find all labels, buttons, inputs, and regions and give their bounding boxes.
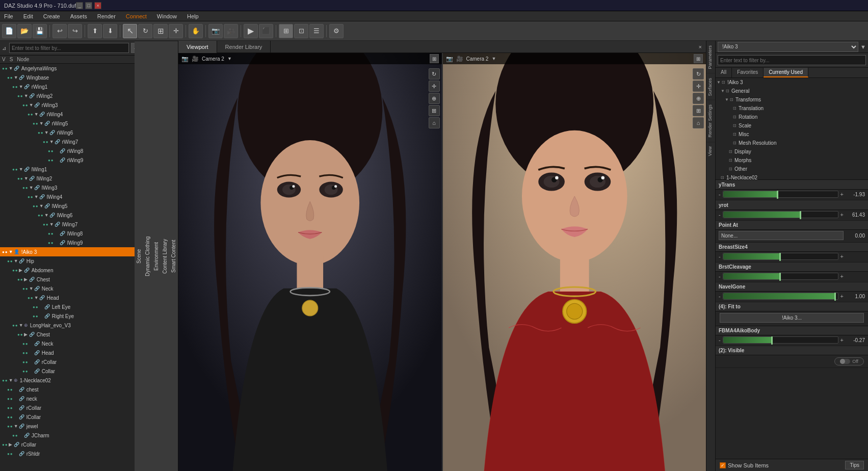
menu-assets[interactable]: Assets [68,13,89,19]
rt-tree-morphs[interactable]: ▶ ⊡ Morphs [716,156,868,165]
vp-tool-pan[interactable]: ✛ [429,81,440,92]
grid-list-button[interactable]: ☰ [309,24,324,38]
rt-tree-mesh-res[interactable]: ▶ ⊡ Mesh Resolution [716,139,868,147]
ytrans-slider[interactable] [723,191,838,198]
grab-tool-button[interactable]: ✋ [189,24,203,38]
yrot-plus[interactable]: + [840,212,844,218]
menu-edit[interactable]: Edit [21,13,35,19]
camera-select-button[interactable]: 📷 [208,24,223,38]
vp-expand-button-right[interactable]: ⊞ [694,54,703,63]
col-s[interactable]: S [10,57,13,62]
rt-tree-necklace02[interactable]: ▶ ⊡ 1-Necklace02 [716,173,868,180]
tips-button[interactable]: Tips [845,461,864,469]
tab-view[interactable]: View [706,142,715,160]
export-button[interactable]: ⬇ [103,24,117,38]
new-button[interactable]: 📄 [2,24,16,38]
vp-tool-frame[interactable]: ⊞ [429,105,440,116]
rt-tree-misc[interactable]: ▶ ⊡ Misc [716,130,868,139]
render-button[interactable]: ▶ [244,24,258,38]
redo-button[interactable]: ↪ [68,24,82,38]
navelgone-minus[interactable]: - [719,293,721,299]
rt-tree-rotation[interactable]: ▶ ⊡ Rotation [716,113,868,121]
col-v[interactable]: V [2,57,6,62]
rt-tree-general[interactable]: ▼ ⊡ General [716,87,868,95]
vp-tool-rotate[interactable]: ↻ [429,68,440,80]
left-search-input[interactable] [9,43,129,53]
rt-tree-scale[interactable]: ▶ ⊡ Scale [716,121,868,130]
rt-tree-aiko3[interactable]: ▼ ⊡ !Aiko 3 [716,78,868,87]
camera-orbit-button[interactable]: 🎥 [224,24,238,38]
rt-tree-transforms[interactable]: ▼ ⊡ Transforms [716,95,868,104]
brstcleavage-plus[interactable]: + [840,273,844,279]
dynamic-clothing-tab[interactable]: Dynamic Clothing [143,41,152,471]
fbma4-thumb[interactable] [771,336,773,345]
tab-parameters[interactable]: Parameters [706,41,715,73]
tab-render-settings[interactable]: Render Settings [706,100,715,142]
vp-tool-home[interactable]: ⌂ [429,117,440,128]
close-button[interactable]: × [94,2,101,9]
extra-tool-button[interactable]: ⚙ [329,24,344,38]
vp-tool-frame-right[interactable]: ⊞ [693,105,704,116]
environment-tab[interactable]: Environment [152,41,161,471]
rotate-tool-button[interactable]: ↻ [138,24,152,38]
minimize-button[interactable]: _ [76,2,83,9]
content-library-tab[interactable]: Content Library [161,41,169,471]
pointat-dropdown[interactable]: None... [719,231,844,240]
rt-tree-other[interactable]: ▶ ⊡ Other [716,165,868,173]
grid-single-button[interactable]: ⊞ [279,24,293,38]
breastsize4-plus[interactable]: + [840,253,844,259]
menu-help[interactable]: Help [185,13,201,19]
vp-tool-pan-right[interactable]: ✛ [693,81,704,92]
right-search-input[interactable] [718,55,866,65]
show-sub-items-checkbox[interactable]: ✓ [720,462,726,468]
brstcleavage-slider[interactable] [723,273,838,280]
rt-tree-translation[interactable]: ▶ ⊡ Translation [716,104,868,113]
scale-tool-button[interactable]: ⊞ [153,24,168,38]
rt-tree-display[interactable]: ▶ ⊡ Display [716,147,868,156]
grid-dual-button[interactable]: ⊡ [294,24,308,38]
ytrans-plus[interactable]: + [840,191,844,197]
brstcleavage-minus[interactable]: - [719,273,721,279]
viewport-close-button[interactable]: × [695,44,706,50]
brstcleavage-thumb[interactable] [779,273,781,281]
vp-expand-button-left[interactable]: ⊞ [430,54,439,63]
node-selector-arrow[interactable]: ▼ [860,44,866,50]
node-selector-dropdown[interactable]: !Aiko 3 [718,42,858,52]
ytrans-thumb[interactable] [777,191,778,199]
vp-tool-zoom-right[interactable]: ⊕ [693,93,704,104]
menu-create[interactable]: Create [41,13,62,19]
tab-render-library[interactable]: Render Library [217,41,271,53]
breastsize4-slider[interactable] [723,253,838,260]
vp-tool-home-right[interactable]: ⌂ [693,117,704,128]
maximize-button[interactable]: □ [85,2,92,9]
filter-all[interactable]: All [716,68,732,77]
scene-tab[interactable]: Scene [135,41,143,471]
fbma4-minus[interactable]: - [719,337,721,343]
camera-arrow-right[interactable]: ▼ [491,56,496,61]
camera-arrow-left[interactable]: ▼ [227,56,232,61]
navelgone-slider[interactable] [723,293,838,300]
save-button[interactable]: 💾 [33,24,47,38]
fitto-dropdown[interactable]: !Aiko 3... [720,313,864,323]
menu-connect[interactable]: Connect [124,13,149,19]
fbma4-plus[interactable]: + [840,337,844,343]
ytrans-minus[interactable]: - [719,191,721,197]
yrot-thumb[interactable] [800,211,801,219]
render-stop-button[interactable]: ⬛ [259,24,273,38]
open-button[interactable]: 📂 [17,24,32,38]
menu-file[interactable]: File [2,13,15,19]
select-tool-button[interactable]: ↖ [123,24,137,38]
col-node[interactable]: Node [17,57,29,62]
fbma4-slider[interactable] [723,336,838,344]
menu-render[interactable]: Render [95,13,118,19]
navelgone-thumb[interactable] [834,293,836,301]
import-button[interactable]: ⬆ [88,24,102,38]
breastsize4-thumb[interactable] [779,253,781,261]
tab-viewport[interactable]: Viewport [178,41,217,53]
breastsize4-minus[interactable]: - [719,253,721,259]
vp-tool-zoom[interactable]: ⊕ [429,93,440,104]
yrot-slider[interactable] [723,211,838,218]
vp-tool-rotate-right[interactable]: ↻ [693,68,704,80]
undo-button[interactable]: ↩ [52,24,67,38]
translate-tool-button[interactable]: ✛ [169,24,183,38]
